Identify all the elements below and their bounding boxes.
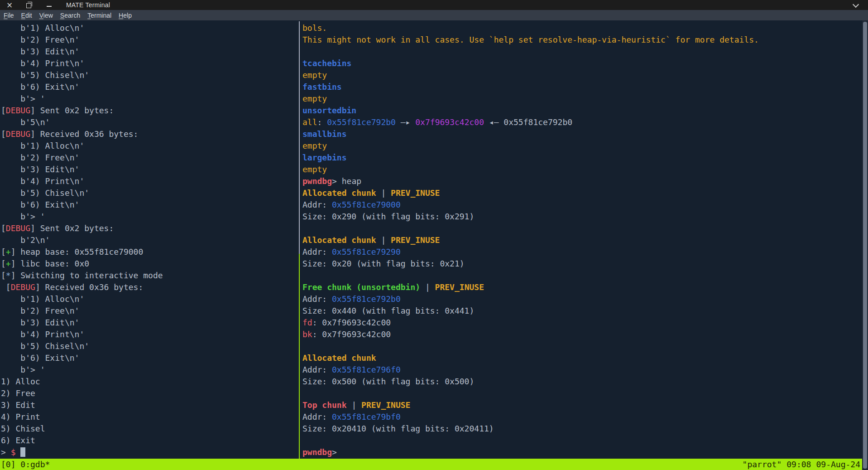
terminal[interactable]: b'1) Alloc\n' b'2) Free\n' b'3) Edit\n' … <box>0 20 868 459</box>
terminal-row: bols. <box>302 22 759 34</box>
terminal-row: 5) Chisel <box>1 423 163 435</box>
terminal-row: empty <box>302 140 759 152</box>
text-cursor <box>20 447 25 457</box>
terminal-row: b'3) Edit\n' <box>1 317 163 329</box>
terminal-row: b'2) Free\n' <box>1 152 163 164</box>
terminal-row: b'3) Edit\n' <box>1 46 163 58</box>
terminal-row: [DEBUG] Sent 0x2 bytes: <box>1 105 163 116</box>
terminal-row: unsortedbin <box>302 105 759 116</box>
menu-item-search[interactable]: Search <box>57 11 84 20</box>
terminal-row: Size: 0x440 (with flag bits: 0x441) <box>302 305 759 317</box>
terminal-row: empty <box>302 93 759 105</box>
terminal-row: Size: 0x20410 (with flag bits: 0x20411) <box>302 423 759 435</box>
terminal-row: b'> ' <box>1 364 163 376</box>
terminal-row <box>302 270 759 281</box>
terminal-row: b'6) Exit\n' <box>1 81 163 93</box>
terminal-row: Addr: 0x55f81ce79290 <box>302 246 759 258</box>
terminal-row: b'6) Exit\n' <box>1 352 163 364</box>
terminal-row: [DEBUG] Received 0x36 bytes: <box>1 281 163 293</box>
terminal-row: Size: 0x290 (with flag bits: 0x291) <box>302 211 759 223</box>
terminal-row: Allocated chunk | PREV_INUSE <box>302 187 759 199</box>
terminal-row: Allocated chunk <box>302 352 759 364</box>
terminal-row: b'5) Chisel\n' <box>1 340 163 352</box>
terminal-row: [+] heap base: 0x55f81ce79000 <box>1 246 163 258</box>
terminal-row: b'> ' <box>1 211 163 223</box>
terminal-row <box>302 46 759 58</box>
tmux-session-name: "parrot" <box>743 459 782 470</box>
tmux-session-info: "parrot" 09:08 09-Aug-24 <box>743 459 862 470</box>
terminal-row: empty <box>302 164 759 175</box>
terminal-row: [*] Switching to interactive mode <box>1 270 163 281</box>
terminal-row: Free chunk (unsortedbin) | PREV_INUSE <box>302 281 759 293</box>
terminal-row: [DEBUG] Sent 0x2 bytes: <box>1 223 163 234</box>
terminal-row: b'5) Chisel\n' <box>1 69 163 81</box>
terminal-row: Addr: 0x55f81ce796f0 <box>302 364 759 376</box>
terminal-row: b'1) Alloc\n' <box>1 293 163 305</box>
terminal-row: b'2\n' <box>1 234 163 246</box>
terminal-row <box>302 435 759 446</box>
terminal-row: This might not work in all cases. Use `h… <box>302 34 759 46</box>
scrollbar-thumb[interactable] <box>863 22 867 469</box>
menu-item-terminal[interactable]: Terminal <box>84 11 115 20</box>
terminal-row: b'6) Exit\n' <box>1 199 163 211</box>
menubar-items: FileEditViewSearchTerminalHelp <box>0 10 868 20</box>
terminal-row: pwndbg> <box>302 446 759 458</box>
terminal-row <box>302 388 759 399</box>
terminal-row: Top chunk | PREV_INUSE <box>302 399 759 411</box>
terminal-row: b'2) Free\n' <box>1 34 163 46</box>
terminal-row: 3) Edit <box>1 399 163 411</box>
pane-divider[interactable] <box>299 21 300 254</box>
tmux-window-label: [0] 0:gdb* <box>0 459 50 470</box>
menu-item-view[interactable]: View <box>36 11 57 20</box>
terminal-row: b'1) Alloc\n' <box>1 22 163 34</box>
terminal-row: b'5) Chisel\n' <box>1 187 163 199</box>
terminal-row: 6) Exit <box>1 435 163 446</box>
terminal-row <box>302 223 759 234</box>
terminal-row: largebins <box>302 152 759 164</box>
minimize-icon[interactable] <box>47 6 52 7</box>
terminal-row: smallbins <box>302 128 759 140</box>
pane-divider-active[interactable] <box>299 254 300 459</box>
terminal-row: b'> ' <box>1 93 163 105</box>
terminal-row: b'1) Alloc\n' <box>1 140 163 152</box>
terminal-row: b'2) Free\n' <box>1 305 163 317</box>
terminal-row: fd: 0x7f9693c42c00 <box>302 317 759 329</box>
terminal-row: Addr: 0x55f81ce792b0 <box>302 293 759 305</box>
menu-item-file[interactable]: File <box>0 11 18 20</box>
terminal-row: all: 0x55f81ce792b0 —▸ 0x7f9693c42c00 ◂—… <box>302 116 759 128</box>
terminal-row: Size: 0x20 (with flag bits: 0x21) <box>302 258 759 270</box>
terminal-row: Addr: 0x55f81ce79000 <box>302 199 759 211</box>
terminal-row: b'4) Print\n' <box>1 175 163 187</box>
tmux-date: 09-Aug-24 <box>816 459 860 470</box>
menu-item-edit[interactable]: Edit <box>18 11 36 20</box>
terminal-row: b'4) Print\n' <box>1 58 163 69</box>
terminal-row: tcachebins <box>302 58 759 69</box>
terminal-row: bk: 0x7f9693c42c00 <box>302 329 759 340</box>
terminal-row: b'3) Edit\n' <box>1 164 163 175</box>
terminal-row: b'5\n' <box>1 116 163 128</box>
terminal-row <box>302 340 759 352</box>
terminal-row: Allocated chunk | PREV_INUSE <box>302 234 759 246</box>
terminal-row: [DEBUG] Received 0x36 bytes: <box>1 128 163 140</box>
terminal-row: > $ <box>1 446 163 458</box>
scrollbar[interactable] <box>862 20 868 470</box>
terminal-row: Size: 0x500 (with flag bits: 0x500) <box>302 376 759 388</box>
tmux-clock: 09:08 <box>786 459 811 470</box>
close-icon[interactable]: × <box>6 0 13 10</box>
terminal-row: fastbins <box>302 81 759 93</box>
restore-window-icon[interactable] <box>26 3 31 8</box>
tmux-status-bar: [0] 0:gdb* "parrot" 09:08 09-Aug-24 <box>0 459 862 470</box>
chevron-down-icon[interactable] <box>853 1 859 8</box>
menu-item-help[interactable]: Help <box>115 11 135 20</box>
window-title: MATE Terminal <box>66 1 110 9</box>
terminal-row: 2) Free <box>1 388 163 399</box>
terminal-row: pwndbg> heap <box>302 175 759 187</box>
terminal-row: [+] libc base: 0x0 <box>1 258 163 270</box>
window-titlebar: × MATE Terminal <box>0 0 868 10</box>
terminal-row: Addr: 0x55f81ce79bf0 <box>302 411 759 423</box>
terminal-row: b'4) Print\n' <box>1 329 163 340</box>
tmux-pane-left[interactable]: b'1) Alloc\n' b'2) Free\n' b'3) Edit\n' … <box>1 22 163 458</box>
terminal-row: 4) Print <box>1 411 163 423</box>
tmux-pane-right[interactable]: bols.This might not work in all cases. U… <box>302 22 759 458</box>
terminal-row: 1) Alloc <box>1 376 163 388</box>
